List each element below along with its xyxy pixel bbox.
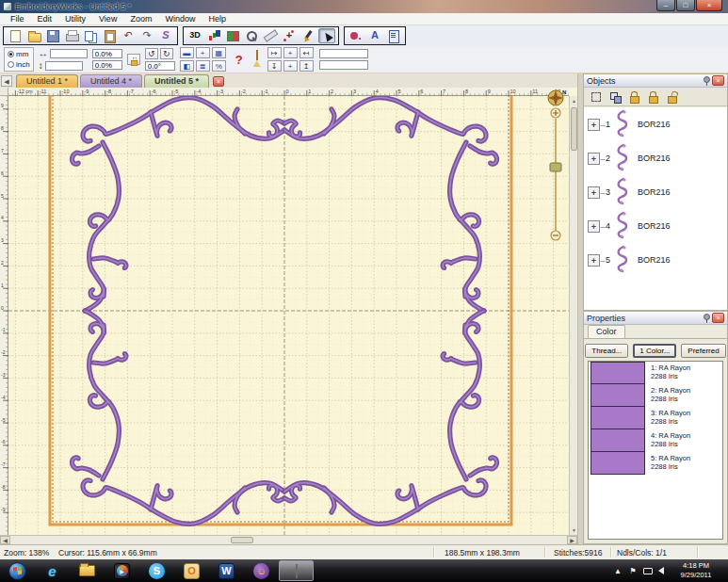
taskbar-file-explorer[interactable]	[70, 560, 105, 581]
redo-icon[interactable]: ↷	[138, 28, 155, 43]
pin-icon[interactable]	[702, 313, 710, 323]
properties-close-icon[interactable]: ×	[712, 313, 724, 323]
menu-window[interactable]: Window	[158, 14, 202, 24]
pin-icon[interactable]	[702, 75, 710, 86]
move-handle-icon[interactable]: +	[588, 254, 600, 267]
unit-mm-radio[interactable]: mm	[8, 49, 30, 59]
center-both-icon[interactable]: +	[283, 60, 298, 72]
color-row-1[interactable]: 1: RA Rayon2288 Iris	[589, 362, 722, 384]
image-icon[interactable]	[224, 28, 241, 43]
color-swatch[interactable]	[590, 362, 645, 384]
one-color-button[interactable]: 1 Color...	[633, 344, 676, 358]
thread-palette-icon[interactable]	[348, 28, 364, 43]
taskbar-clock[interactable]: 4:18 PM9/29/2011	[670, 561, 722, 580]
move-handle-icon[interactable]: +	[588, 186, 600, 199]
preferred-button[interactable]: Preferred	[681, 344, 725, 358]
move-handle-icon[interactable]: +	[588, 119, 600, 131]
volume-icon[interactable]	[658, 567, 664, 574]
color-swatch[interactable]	[590, 384, 645, 407]
color-swatch[interactable]	[590, 452, 645, 475]
menu-zoom[interactable]: Zoom	[123, 14, 158, 24]
object-row-4[interactable]: +---4BOR216	[584, 209, 727, 243]
align-up-icon[interactable]: ↥	[299, 60, 314, 72]
taskbar-internet-explorer[interactable]: e	[35, 560, 70, 581]
maximize-button[interactable]: □	[676, 0, 695, 11]
pen-icon[interactable]	[299, 28, 316, 43]
object-row-5[interactable]: +---5BOR216	[584, 243, 727, 277]
rotate-ccw-button[interactable]: ↺	[145, 48, 158, 59]
vertical-scroll-thumb[interactable]	[571, 107, 577, 151]
position-x-input[interactable]	[319, 49, 368, 58]
undo-icon[interactable]: ↶	[120, 28, 137, 43]
menu-help[interactable]: Help	[202, 14, 233, 24]
object-row-2[interactable]: +---2BOR216	[584, 141, 727, 175]
scale-x-input[interactable]	[92, 49, 122, 58]
paste-icon[interactable]	[101, 28, 118, 43]
open-icon[interactable]	[25, 28, 42, 43]
taskbar-word[interactable]: W	[209, 560, 244, 581]
contrast-icon[interactable]: ◧	[180, 60, 194, 72]
thread-button[interactable]: Thread...	[585, 344, 628, 358]
taskbar-media-player[interactable]: ▶	[105, 560, 139, 581]
color-row-2[interactable]: 2: RA Rayon2288 Iris	[589, 384, 722, 407]
color-chart-icon[interactable]	[205, 28, 222, 43]
taskbar-embroidery-app[interactable]	[279, 560, 314, 581]
measure-icon[interactable]	[262, 28, 279, 43]
new-icon[interactable]	[7, 28, 24, 43]
proportional-lock-button[interactable]	[127, 54, 140, 65]
lettering-icon[interactable]: A	[366, 28, 383, 43]
objects-close-icon[interactable]: ×	[712, 75, 724, 86]
color-swatch[interactable]	[590, 407, 645, 429]
vertical-scrollbar[interactable]: ▲ ▼	[569, 96, 577, 535]
action-center-flag-icon[interactable]: ⚑	[625, 567, 640, 575]
taskbar-start[interactable]	[0, 560, 35, 581]
align-left-icon[interactable]: ↤	[299, 47, 314, 58]
design-canvas[interactable]	[8, 96, 569, 535]
color-row-4[interactable]: 4: RA Rayon2288 Iris	[589, 429, 722, 452]
taskbar-skype[interactable]: S	[139, 560, 174, 581]
select-pointer-icon[interactable]	[318, 28, 335, 43]
move-handle-icon[interactable]: +	[588, 153, 600, 165]
minimize-button[interactable]: –	[656, 0, 675, 11]
tab-color[interactable]: Color	[588, 325, 625, 338]
document-tab-2[interactable]: Untitled 4 *	[80, 74, 142, 88]
radio-mm-icon[interactable]	[8, 51, 14, 57]
grid-view-icon[interactable]: ▦	[212, 47, 226, 58]
color-swatch[interactable]	[590, 429, 645, 452]
horizontal-scrollbar[interactable]: ◀ ▶	[0, 535, 577, 544]
color-row-3[interactable]: 3: RA Rayon2288 Iris	[589, 407, 722, 429]
radio-inch-icon[interactable]	[8, 61, 14, 68]
tray-expand-icon[interactable]: ▲	[610, 567, 625, 575]
design-notes-icon[interactable]	[385, 28, 402, 43]
scale-y-input[interactable]	[92, 60, 122, 70]
zoom-tool-icon[interactable]	[243, 28, 260, 43]
tab-scroll-left-icon[interactable]: ◀	[1, 75, 12, 87]
lock-stitches-icon[interactable]	[644, 89, 660, 104]
menu-utility[interactable]: Utility	[58, 14, 92, 24]
scroll-right-icon[interactable]: ▶	[567, 536, 577, 544]
network-icon[interactable]	[643, 568, 653, 574]
height-input[interactable]	[45, 61, 83, 71]
width-input[interactable]	[50, 49, 88, 58]
document-tab-1[interactable]: Untitled 1 *	[16, 74, 78, 88]
save-icon[interactable]	[44, 28, 61, 43]
help-wizard-icon[interactable]: ?	[232, 53, 247, 67]
unlock-icon[interactable]	[663, 89, 679, 104]
lock-icon[interactable]	[625, 89, 641, 104]
split-window-icon[interactable]: ▬	[180, 47, 194, 58]
object-row-3[interactable]: +---3BOR216	[584, 175, 727, 209]
clean-sweep-icon[interactable]	[251, 49, 263, 70]
object-row-1[interactable]: +---1BOR216	[584, 107, 727, 141]
stitch-icon[interactable]: S	[157, 28, 174, 43]
taskbar-yahoo-messenger[interactable]: ☺	[244, 560, 279, 581]
color-row-5[interactable]: 5: RA Rayon2288 Iris	[589, 452, 722, 475]
align-down-icon[interactable]: ↧	[267, 60, 282, 72]
view-3d-icon[interactable]: 3D	[186, 28, 203, 43]
move-handle-icon[interactable]: +	[588, 220, 600, 233]
menu-file[interactable]: File	[4, 14, 31, 24]
align-right-icon[interactable]: ↦	[267, 47, 282, 58]
tab-close-icon[interactable]: ×	[213, 76, 224, 87]
print-icon[interactable]	[63, 28, 80, 43]
move-center-icon[interactable]: +	[196, 47, 210, 58]
rotate-cw-button[interactable]: ↻	[160, 48, 173, 59]
